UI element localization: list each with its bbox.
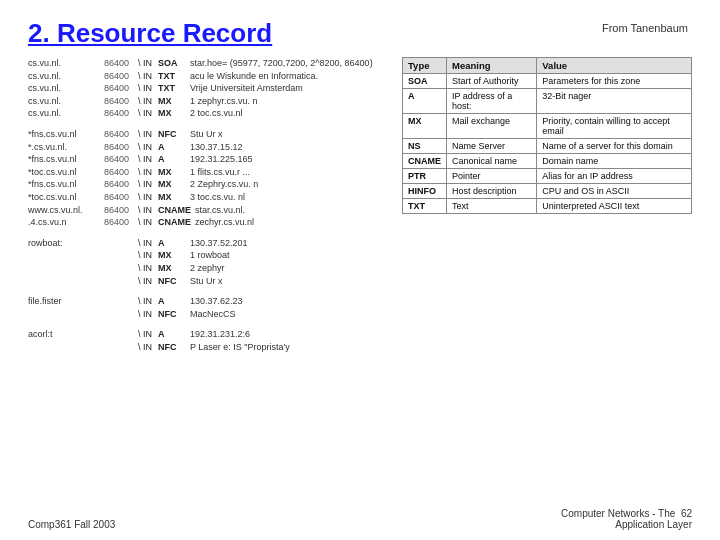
dns-ttl (104, 328, 134, 341)
page: 2. Resource Record From Tanenbaum cs.vu.… (0, 0, 720, 540)
col-meaning: Meaning (447, 58, 537, 74)
dns-record-line: *toc.cs.vu.nl86400\ INMX1 flits.cs.vu.r … (28, 166, 392, 179)
dns-record-line: \ INNFCMacNecCS (28, 308, 392, 321)
cell-meaning: Text (447, 199, 537, 214)
table-row: HINFOHost descriptionCPU and OS in ASCII (403, 184, 692, 199)
dns-value: 130.37.62.23 (190, 295, 243, 308)
cell-value: Name of a server for this domain (537, 139, 692, 154)
dns-class: \ IN (138, 341, 154, 354)
dns-ttl: 86400 (104, 128, 134, 141)
dns-value: star.cs.vu.nl. (195, 204, 245, 217)
dns-host (28, 308, 100, 321)
dns-type: NFC (158, 341, 186, 354)
footer-right: Computer Networks - The 62 Application L… (561, 508, 692, 530)
dns-type: MX (158, 95, 186, 108)
dns-type: CNAME (158, 216, 191, 229)
dns-class: \ IN (138, 204, 154, 217)
dns-class: \ IN (138, 262, 154, 275)
dns-value: MacNecCS (190, 308, 236, 321)
cell-meaning: IP address of a host: (447, 89, 537, 114)
dns-ttl: 86400 (104, 141, 134, 154)
dns-record-line: \ INNFCStu Ur x (28, 275, 392, 288)
dns-class: \ IN (138, 295, 154, 308)
dns-ttl: 86400 (104, 178, 134, 191)
table-row: CNAMECanonical nameDomain name (403, 154, 692, 169)
cell-value: Parameters for this zone (537, 74, 692, 89)
dns-record-line: rowboat:\ INA130.37.52.201 (28, 237, 392, 250)
dns-ttl (104, 341, 134, 354)
dns-ttl: 86400 (104, 191, 134, 204)
dns-record-line: *fns.cs.vu.nl86400\ INNFCStu Ur x (28, 128, 392, 141)
cell-type: SOA (403, 74, 447, 89)
dns-host (28, 275, 100, 288)
cell-meaning: Pointer (447, 169, 537, 184)
dns-ttl (104, 262, 134, 275)
dns-ttl (104, 237, 134, 250)
dns-record-line: *fns.cs.vu.nl86400\ INMX2 Zephry.cs.vu. … (28, 178, 392, 191)
dns-host: cs.vu.nl. (28, 95, 100, 108)
left-section-3: file.fister\ INA130.37.62.23\ INNFCMacNe… (28, 295, 392, 320)
dns-value: 2 toc.cs.vu.nl (190, 107, 243, 120)
footer-right-text: Computer Networks - The 62 Application L… (561, 508, 692, 530)
dns-type: NFC (158, 308, 186, 321)
dns-value: P Laser e: IS "Proprista'y (190, 341, 290, 354)
dns-value: star.hoe= (95977, 7200,7200, 2^8200, 864… (190, 57, 373, 70)
dns-record-line: \ INNFCP Laser e: IS "Proprista'y (28, 341, 392, 354)
left-panel: cs.vu.nl.86400\ INSOAstar.hoe= (95977, 7… (28, 57, 392, 361)
dns-ttl: 86400 (104, 95, 134, 108)
dns-ttl: 86400 (104, 107, 134, 120)
dns-host (28, 341, 100, 354)
dns-class: \ IN (138, 166, 154, 179)
dns-class: \ IN (138, 107, 154, 120)
dns-type: MX (158, 249, 186, 262)
dns-ttl (104, 308, 134, 321)
dns-host (28, 262, 100, 275)
cell-meaning: Start of Authority (447, 74, 537, 89)
dns-class: \ IN (138, 95, 154, 108)
dns-record-line: \ INMX1 rowboat (28, 249, 392, 262)
table-row: TXTTextUninterpreted ASCII text (403, 199, 692, 214)
dns-class: \ IN (138, 82, 154, 95)
dns-value: 3 toc.cs.vu. nl (190, 191, 245, 204)
table-row: NSName ServerName of a server for this d… (403, 139, 692, 154)
cell-value: CPU and OS in ASCII (537, 184, 692, 199)
dns-record-line: *.cs.vu.nl.86400\ INA130.37.15.12 (28, 141, 392, 154)
dns-class: \ IN (138, 216, 154, 229)
cell-meaning: Mail exchange (447, 114, 537, 139)
dns-value: 130.37.52.201 (190, 237, 248, 250)
dns-ttl: 86400 (104, 204, 134, 217)
dns-record-line: .4.cs.vu.n86400\ INCNAMEzechyr.cs.vu.nl (28, 216, 392, 229)
dns-class: \ IN (138, 128, 154, 141)
right-panel: Type Meaning Value SOAStart of Authority… (402, 57, 692, 361)
cell-value: Domain name (537, 154, 692, 169)
dns-type: A (158, 328, 186, 341)
cell-meaning: Canonical name (447, 154, 537, 169)
dns-value: 1 rowboat (190, 249, 230, 262)
dns-class: \ IN (138, 275, 154, 288)
dns-record-line: www.cs.vu.nl.86400\ INCNAMEstar.cs.vu.nl… (28, 204, 392, 217)
cell-type: A (403, 89, 447, 114)
cell-value: Alias for an IP address (537, 169, 692, 184)
cell-value: Uninterpreted ASCII text (537, 199, 692, 214)
dns-class: \ IN (138, 191, 154, 204)
dns-type: A (158, 237, 186, 250)
footer: Comp361 Fall 2003 Computer Networks - Th… (28, 508, 692, 530)
dns-type: NFC (158, 275, 186, 288)
dns-record-line: file.fister\ INA130.37.62.23 (28, 295, 392, 308)
dns-value: 2 Zephry.cs.vu. n (190, 178, 258, 191)
dns-host: acorl:t (28, 328, 100, 341)
dns-type: SOA (158, 57, 186, 70)
cell-value: 32-Bit nager (537, 89, 692, 114)
dns-class: \ IN (138, 57, 154, 70)
dns-value: 1 zephyr.cs.vu. n (190, 95, 258, 108)
dns-value: acu le Wiskunde en Informatica. (190, 70, 318, 83)
dns-value: 192.31.231.2:6 (190, 328, 250, 341)
dns-value: 2 zephyr (190, 262, 225, 275)
attribution: From Tanenbaum (602, 22, 688, 34)
cell-type: CNAME (403, 154, 447, 169)
dns-host: *.cs.vu.nl. (28, 141, 100, 154)
dns-type: MX (158, 191, 186, 204)
dns-record-line: acorl:t\ INA192.31.231.2:6 (28, 328, 392, 341)
dns-host: *fns.cs.vu.nl (28, 178, 100, 191)
dns-value: 130.37.15.12 (190, 141, 243, 154)
